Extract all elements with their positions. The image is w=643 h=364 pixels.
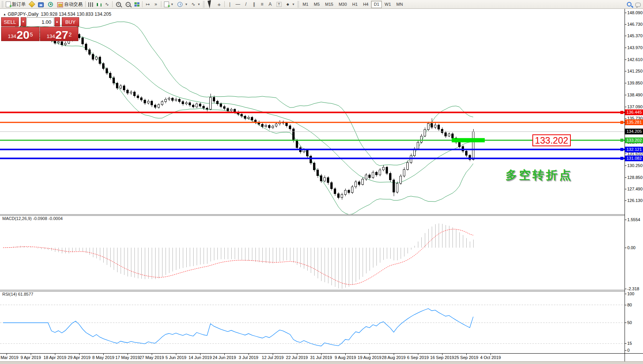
auto-scroll-button[interactable]: » (152, 0, 160, 8)
indicators-dropdown[interactable]: ∿▼ (189, 0, 202, 8)
horizontal-line-icon: — (235, 2, 240, 7)
channel-icon: ∥ (252, 2, 257, 7)
terminal-button[interactable] (36, 0, 45, 8)
toolbar-separator (85, 1, 86, 7)
mt4-window: 新订单 自动交易 ∿ + − ↦ » ▼ ▼ ∿▼ + | — / ∥ ≡ A … (0, 0, 643, 364)
chevron-down-icon: ▼ (171, 3, 174, 6)
toolbar-separator (224, 1, 225, 7)
horizontal-lines-layer (0, 111, 625, 160)
candlestick-icon (96, 2, 101, 7)
terminal-icon (38, 2, 44, 7)
signals-button[interactable] (45, 0, 56, 8)
autotrading-label: 自动交易 (64, 1, 83, 8)
diamond-icon (29, 1, 35, 8)
timeframe-button-w1[interactable]: W1 (382, 1, 394, 8)
chart-frame (0, 9, 643, 361)
auto-scroll-icon: » (153, 2, 158, 7)
tile-windows-icon (134, 2, 139, 7)
timeframe-button-h1[interactable]: H1 (350, 1, 360, 8)
shapes-icon: ◆ (285, 2, 290, 7)
new-order-button[interactable]: 新订单 (4, 0, 27, 8)
sell-button[interactable]: SELL (1, 17, 19, 26)
chart-shift-icon: ↦ (145, 2, 150, 7)
timeframe-button-mn[interactable]: MN (394, 1, 406, 8)
text-label-icon: T (277, 2, 282, 7)
text-button[interactable]: A (266, 0, 274, 8)
cursor-button[interactable] (205, 0, 215, 8)
sell-price-big: 20 (17, 29, 29, 41)
rsi-layer (0, 305, 625, 346)
chat-button[interactable] (634, 0, 642, 8)
zoom-in-button[interactable]: + (114, 0, 123, 8)
timeframe-button-d1[interactable]: D1 (371, 1, 382, 8)
signal-icon (48, 2, 53, 7)
fibonacci-button[interactable]: ≡ (258, 0, 266, 8)
horizontal-line-button[interactable]: — (234, 0, 242, 8)
volume-increase-button[interactable] (55, 17, 60, 26)
status-bar (0, 361, 643, 364)
toolbar-grip[interactable] (2, 1, 3, 7)
toolbar-separator (112, 1, 113, 7)
indicator-wave-icon: ∿ (191, 2, 196, 7)
chinese-annotation: 多空转折点 (505, 167, 573, 183)
timeframe-button-m15[interactable]: M15 (322, 1, 336, 8)
chevron-down-icon: ▼ (292, 3, 295, 6)
line-chart-icon: ∿ (104, 2, 109, 7)
toolbar-separator (161, 1, 161, 7)
rsi-indicator-label: RSI(14) 61.8577 (2, 292, 33, 296)
volume-input[interactable] (27, 17, 54, 26)
chart-shift-button[interactable]: ↦ (144, 0, 152, 8)
zoom-out-icon: − (126, 2, 131, 7)
timeframe-toolbar: M1M5M15M30H1H4D1W1MN (300, 1, 406, 8)
timeframe-button-h4[interactable]: H4 (360, 1, 371, 8)
tile-windows-button[interactable] (133, 0, 141, 8)
buy-price-display[interactable]: 134 27 2 (40, 27, 78, 41)
news-button[interactable] (27, 0, 36, 8)
sell-price-prefix: 134 (8, 32, 17, 41)
collapse-triangle-icon[interactable]: ▲ (3, 13, 6, 16)
bollinger-bands (3, 22, 473, 215)
bar-chart-icon (88, 2, 93, 7)
timeframe-button-m30[interactable]: M30 (336, 1, 350, 8)
symbol-title: GBPJPY-,Daily (8, 12, 38, 17)
main-toolbar: 新订单 自动交易 ∿ + − ↦ » ▼ ▼ ∿▼ + | — / ∥ ≡ A … (0, 0, 643, 9)
toolbar-grip[interactable] (203, 1, 205, 7)
crosshair-icon: + (217, 2, 222, 7)
autotrading-button[interactable]: 自动交易 (56, 0, 84, 8)
new-order-label: 新订单 (12, 1, 26, 8)
sell-price-display[interactable]: 134 20 5 (1, 27, 40, 41)
zoom-out-button[interactable]: − (123, 0, 133, 8)
search-icon (627, 2, 631, 7)
volume-decrease-button[interactable] (21, 17, 26, 26)
buy-price-prefix: 134 (47, 32, 55, 41)
price-callout-label[interactable]: 133.202 (532, 134, 571, 146)
shapes-dropdown[interactable]: ◆▼ (284, 0, 297, 8)
vertical-line-button[interactable]: | (226, 0, 234, 8)
timeframe-button-m1[interactable]: M1 (300, 1, 311, 8)
macd-indicator-label: MACD(12,26,9) -0.0908 -0.0004 (2, 216, 63, 221)
profiles-dropdown[interactable]: ▼ (175, 0, 189, 8)
timeframe-button-m5[interactable]: M5 (311, 1, 322, 8)
search-button[interactable] (625, 0, 634, 8)
buy-button[interactable]: BUY (62, 17, 80, 26)
bar-chart-button[interactable] (87, 0, 95, 8)
cursor-icon (207, 0, 213, 8)
trendline-icon: / (244, 2, 249, 7)
ohlc-values: 130.928 134.534 130.833 134.205 (41, 12, 111, 17)
macd-layer (3, 223, 473, 288)
new-chart-icon (164, 2, 169, 7)
text-label-button[interactable]: T (274, 0, 284, 8)
clock-icon (177, 2, 182, 7)
new-chart-dropdown[interactable]: ▼ (162, 0, 175, 8)
toolbar-separator (142, 1, 143, 7)
crosshair-button[interactable]: + (215, 0, 223, 8)
buy-price-sup: 2 (69, 27, 72, 42)
line-chart-button[interactable]: ∿ (103, 0, 111, 8)
trendline-button[interactable]: / (242, 0, 250, 8)
chevron-down-icon: ▼ (197, 3, 201, 6)
sell-price-sup: 5 (30, 27, 33, 42)
channel-button[interactable]: ∥ (250, 0, 258, 8)
candle-chart-button[interactable] (95, 0, 103, 8)
toolbar-grip[interactable] (297, 1, 299, 7)
text-icon: A (268, 2, 273, 7)
